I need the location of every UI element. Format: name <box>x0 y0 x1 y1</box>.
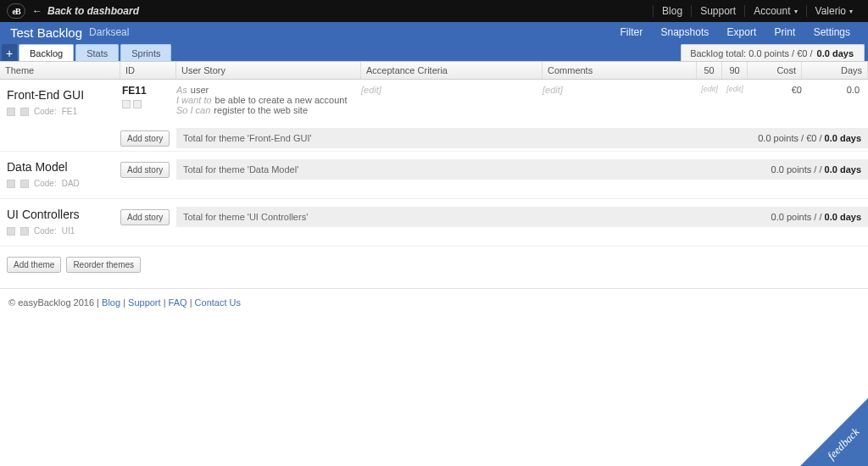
reorder-themes-button[interactable]: Reorder themes <box>66 257 141 273</box>
theme-total-label: Total for theme 'Data Model' <box>183 164 298 175</box>
menu-user[interactable]: Valerio▾ <box>806 5 861 17</box>
col-cost: Cost <box>748 62 802 79</box>
col-days: Days <box>802 62 868 79</box>
menu-support[interactable]: Support <box>691 5 744 17</box>
col-90: 90 <box>722 62 748 79</box>
tab-stats[interactable]: Stats <box>75 44 119 61</box>
drag-icon[interactable] <box>20 227 29 236</box>
cost-cell: €0 <box>748 85 802 115</box>
menu-blog[interactable]: Blog <box>653 5 691 17</box>
theme-total-label: Total for theme 'UI Controllers' <box>183 212 308 222</box>
col-accept: Acceptance Criteria <box>361 62 542 79</box>
footer-link-faq[interactable]: FAQ <box>169 297 187 308</box>
code-label: Code: <box>34 226 57 236</box>
drag-icon[interactable] <box>20 180 29 188</box>
theme-name[interactable]: UI Controllers <box>7 208 114 221</box>
grid-header: Theme ID User Story Acceptance Criteria … <box>0 61 868 80</box>
action-filter[interactable]: Filter <box>613 26 651 38</box>
theme-row: Data Model Code: DAD Add story Total for… <box>0 152 868 199</box>
color-icon[interactable] <box>122 100 131 108</box>
top-bar: eB ← Back to dashboard Blog Support Acco… <box>0 0 868 22</box>
chevron-down-icon: ▾ <box>794 8 798 15</box>
code-label: Code: <box>34 179 57 188</box>
days-cell: 0.0 <box>802 85 868 115</box>
footer-link-support[interactable]: Support <box>128 297 161 308</box>
drag-icon[interactable] <box>133 100 142 108</box>
code-label: Code: <box>34 107 57 116</box>
bottom-buttons: Add theme Reorder themes <box>0 247 868 283</box>
col-theme: Theme <box>0 62 120 79</box>
collapse-icon[interactable] <box>7 108 15 116</box>
chevron-down-icon: ▾ <box>849 8 853 15</box>
add-theme-button[interactable]: Add theme <box>7 257 61 273</box>
comments-cell[interactable]: [edit] <box>542 85 697 115</box>
p50-cell[interactable]: [edit] <box>697 85 722 115</box>
theme-row: UI Controllers Code: UI1 Add story Total… <box>0 199 868 247</box>
col-50: 50 <box>697 62 722 79</box>
logo-icon: eB <box>7 3 25 19</box>
theme-code: FE1 <box>62 107 77 116</box>
action-snapshots[interactable]: Snapshots <box>654 26 717 38</box>
theme-total-row: Add story Total for theme 'Front-End GUI… <box>120 125 868 151</box>
action-print[interactable]: Print <box>767 26 804 38</box>
project-title: Test Backlog <box>10 25 82 40</box>
backlog-total: Backlog total: 0.0 points / €0 / 0.0 day… <box>681 44 865 61</box>
story-id[interactable]: FE11 <box>122 85 176 97</box>
content-area: Front-End GUI Code: FE1 FE11 Asuser I wa… <box>0 80 868 283</box>
drag-icon[interactable] <box>20 108 29 116</box>
arrow-left-icon: ← <box>32 5 42 17</box>
col-story: User Story <box>176 62 361 79</box>
add-story-button[interactable]: Add story <box>120 209 170 225</box>
theme-name[interactable]: Front-End GUI <box>7 88 114 102</box>
theme-meta: Code: FE1 <box>7 107 114 116</box>
back-label: Back to dashboard <box>47 5 139 17</box>
project-actions: Filter Snapshots Export Print Settings <box>613 26 859 38</box>
add-tab-button[interactable]: + <box>2 44 17 61</box>
collapse-icon[interactable] <box>7 180 15 188</box>
theme-name[interactable]: Data Model <box>7 160 114 174</box>
theme-cell: Front-End GUI Code: FE1 <box>0 80 120 151</box>
back-to-dashboard-link[interactable]: ← Back to dashboard <box>32 5 139 17</box>
theme-total-values: 0.0 points / / 0.0 days <box>771 164 861 175</box>
add-story-button[interactable]: Add story <box>120 162 170 178</box>
action-export[interactable]: Export <box>720 26 765 38</box>
project-bar: Test Backlog Darkseal Filter Snapshots E… <box>0 22 868 42</box>
footer-link-blog[interactable]: Blog <box>102 297 120 308</box>
add-story-button[interactable]: Add story <box>120 130 170 147</box>
project-subtitle: Darkseal <box>89 26 129 38</box>
p90-cell[interactable]: [edit] <box>722 85 748 115</box>
story-id-cell: FE11 <box>120 85 176 115</box>
acceptance-cell[interactable]: [edit] <box>361 85 542 115</box>
theme-total-values: 0.0 points / / 0.0 days <box>771 212 861 222</box>
theme-total-values: 0.0 points / €0 / 0.0 days <box>758 133 861 143</box>
story-row: FE11 Asuser I want tobe able to create a… <box>120 80 868 125</box>
theme-code: UI1 <box>62 226 75 236</box>
footer: © easyBacklog 2016 | Blog | Support | FA… <box>0 288 868 316</box>
collapse-icon[interactable] <box>7 227 15 236</box>
tab-backlog[interactable]: Backlog <box>19 44 74 61</box>
footer-link-contact[interactable]: Contact Us <box>195 297 241 308</box>
col-comments: Comments <box>542 62 697 79</box>
theme-total-label: Total for theme 'Front-End GUI' <box>183 133 312 143</box>
theme-row: Front-End GUI Code: FE1 FE11 Asuser I wa… <box>0 80 868 152</box>
tab-row: + Backlog Stats Sprints Backlog total: 0… <box>0 42 868 61</box>
copyright: © easyBacklog 2016 <box>8 297 94 308</box>
user-story-cell[interactable]: Asuser I want tobe able to create a new … <box>176 85 361 115</box>
action-settings[interactable]: Settings <box>806 26 858 38</box>
top-menu: Blog Support Account▾ Valerio▾ <box>653 5 861 17</box>
menu-account[interactable]: Account▾ <box>744 5 805 17</box>
theme-code: DAD <box>62 179 80 188</box>
tab-sprints[interactable]: Sprints <box>120 44 171 61</box>
col-id: ID <box>120 62 176 79</box>
